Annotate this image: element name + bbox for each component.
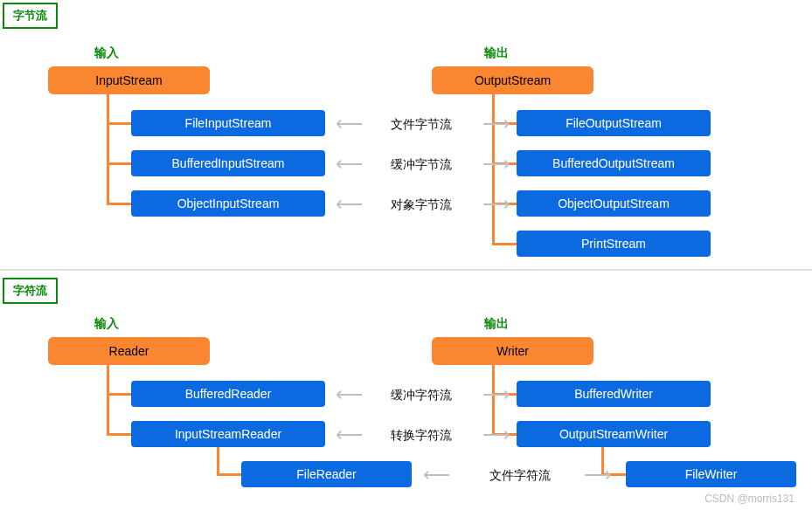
objectoutputstream-box: ObjectOutputStream	[517, 190, 711, 217]
char-in-gc-hline	[217, 473, 241, 476]
fileinputstream-box: FileInputStream	[131, 110, 325, 136]
byte-in-h3	[107, 203, 131, 205]
filewriter-box: FileWriter	[626, 461, 796, 487]
outputstreamwriter-box: OutputStreamWriter	[517, 421, 711, 447]
char-in-gc-vline	[217, 447, 219, 475]
inputstreamreader-box: InputStreamReader	[131, 421, 325, 447]
char-in-h1	[107, 393, 131, 396]
buffered-char-stream-label: 缓冲字符流	[378, 388, 465, 403]
arrow-right-icon: ⟶	[482, 425, 510, 445]
filereader-box: FileReader	[241, 461, 412, 487]
printstream-box: PrintStream	[517, 231, 711, 257]
bufferedwriter-box: BufferedWriter	[517, 381, 711, 407]
objectinputstream-box: ObjectInputStream	[131, 190, 325, 217]
arrow-left-icon: ⟵	[336, 195, 364, 214]
arrow-left-icon: ⟵	[336, 114, 364, 134]
writer-root: Writer	[432, 337, 593, 365]
bufferedoutputstream-box: BufferedOutputStream	[517, 150, 711, 176]
char-in-h2	[107, 433, 131, 436]
arrow-right-icon: ⟶	[482, 195, 510, 214]
char-input-header: 输入	[94, 316, 119, 332]
bufferedinputstream-box: BufferedInputStream	[131, 150, 325, 176]
footer-credit: CSDN @morris131	[704, 493, 795, 505]
char-stream-section-label: 字符流	[3, 278, 58, 304]
byte-output-header: 输出	[484, 45, 509, 61]
arrow-left-icon: ⟵	[336, 425, 364, 445]
bufferedreader-box: BufferedReader	[131, 381, 325, 407]
arrow-left-icon: ⟵	[336, 385, 364, 404]
reader-root: Reader	[48, 337, 210, 365]
byte-stream-section-label: 字节流	[3, 3, 58, 29]
file-char-stream-label: 文件字符流	[476, 468, 564, 484]
byte-in-vline	[107, 94, 109, 204]
arrow-right-icon: ⟶	[482, 155, 510, 174]
char-in-vline	[107, 365, 109, 435]
arrow-left-icon: ⟵	[336, 155, 364, 174]
object-byte-stream-label: 对象字节流	[378, 197, 465, 213]
byte-in-h2	[107, 162, 131, 165]
inputstream-root: InputStream	[48, 66, 210, 94]
outputstream-root: OutputStream	[432, 66, 593, 94]
byte-out-h4	[492, 243, 517, 245]
arrow-right-icon: ⟶	[482, 385, 510, 404]
char-output-header: 输出	[484, 316, 509, 332]
convert-char-stream-label: 转换字符流	[378, 428, 465, 444]
fileoutputstream-box: FileOutputStream	[517, 110, 711, 136]
byte-in-h1	[107, 122, 131, 125]
file-byte-stream-label: 文件字节流	[378, 117, 465, 133]
byte-input-header: 输入	[94, 45, 119, 61]
arrow-left-icon: ⟵	[423, 465, 451, 485]
section-divider	[0, 269, 812, 271]
arrow-right-icon: ⟶	[584, 465, 612, 485]
arrow-right-icon: ⟶	[482, 114, 510, 134]
buffered-byte-stream-label: 缓冲字节流	[378, 157, 465, 173]
